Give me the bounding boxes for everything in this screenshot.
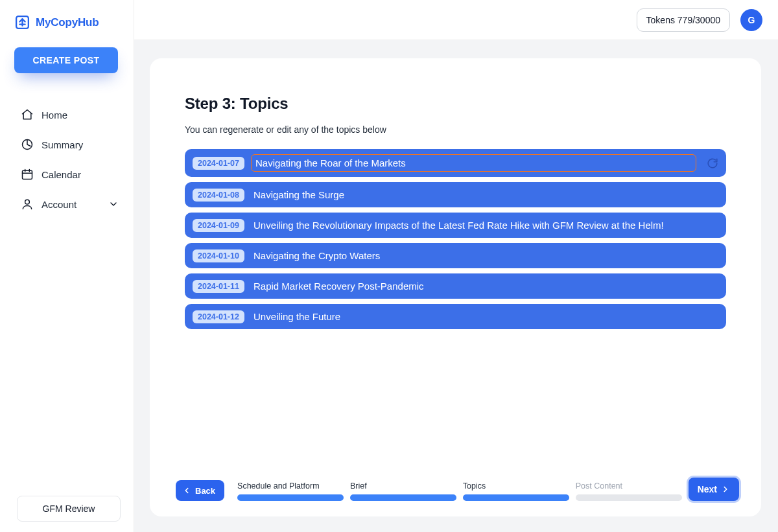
page-subtitle: You can regenerate or edit any of the to…	[185, 124, 726, 135]
topic-title: Unveiling the Future	[251, 309, 718, 324]
chevron-down-icon	[108, 199, 119, 209]
logo-icon	[14, 14, 30, 30]
sidebar-item-calendar[interactable]: Calendar	[14, 161, 125, 187]
sidebar: MyCopyHub CREATE POST Home Summary Cal	[0, 0, 134, 532]
topic-row[interactable]: 2024-01-12 Unveiling the Future	[185, 304, 726, 329]
step-bar	[576, 494, 682, 501]
topic-date: 2024-01-08	[193, 189, 244, 202]
svg-point-3	[25, 200, 30, 204]
topic-row[interactable]: 2024-01-11 Rapid Market Recovery Post-Pa…	[185, 273, 726, 299]
topic-row[interactable]: 2024-01-07	[185, 149, 726, 177]
step-bar	[350, 494, 456, 501]
step-label: Post Content	[576, 481, 682, 491]
step-topics: Topics	[463, 481, 569, 501]
step-label: Brief	[350, 481, 456, 491]
wizard-footer: Back Schedule and Platform Brief Topics	[150, 478, 761, 501]
step-label: Schedule and Platform	[237, 481, 344, 491]
tokens-counter[interactable]: Tokens 779/30000	[637, 8, 730, 32]
topic-row[interactable]: 2024-01-09 Unveiling the Revolutionary I…	[185, 213, 726, 238]
step-schedule: Schedule and Platform	[237, 481, 344, 501]
step-bar	[237, 494, 344, 501]
topic-title-input[interactable]	[251, 154, 696, 172]
next-label: Next	[698, 484, 717, 494]
topic-title: Rapid Market Recovery Post-Pandemic	[251, 279, 718, 294]
tokens-label: Tokens 779/30000	[646, 15, 720, 25]
sidebar-item-label: Account	[41, 199, 77, 210]
page-title: Step 3: Topics	[185, 95, 726, 113]
logo: MyCopyHub	[14, 14, 125, 30]
regenerate-icon[interactable]	[707, 157, 718, 169]
home-icon	[21, 108, 34, 121]
sidebar-item-label: Home	[41, 110, 67, 121]
topbar: Tokens 779/30000 G	[134, 0, 778, 40]
topic-title: Navigating the Crypto Waters	[251, 248, 718, 263]
topic-date: 2024-01-11	[193, 280, 244, 293]
topic-row[interactable]: 2024-01-08 Navigating the Surge	[185, 182, 726, 207]
topic-date: 2024-01-10	[193, 249, 244, 262]
next-button[interactable]: Next	[689, 478, 739, 501]
step-bar	[463, 494, 569, 501]
topic-row[interactable]: 2024-01-10 Navigating the Crypto Waters	[185, 243, 726, 268]
sidebar-item-home[interactable]: Home	[14, 102, 125, 128]
chevron-left-icon	[182, 486, 191, 495]
avatar-initial: G	[748, 15, 755, 25]
sidebar-item-label: Summary	[41, 139, 83, 150]
project-selector[interactable]: GFM Review	[17, 496, 121, 522]
step-brief: Brief	[350, 481, 456, 501]
summary-icon	[21, 138, 34, 151]
topic-date: 2024-01-12	[193, 310, 244, 323]
chevron-right-icon	[721, 485, 730, 494]
calendar-icon	[21, 168, 34, 181]
account-icon	[21, 198, 34, 211]
step-post-content: Post Content	[576, 481, 682, 501]
back-label: Back	[195, 486, 215, 496]
main-column: Tokens 779/30000 G Step 3: Topics You ca…	[134, 0, 778, 532]
topic-date: 2024-01-07	[193, 157, 244, 170]
logo-text: MyCopyHub	[36, 16, 99, 29]
sidebar-nav: Home Summary Calendar Account	[14, 102, 125, 217]
sidebar-item-account[interactable]: Account	[14, 191, 125, 217]
sidebar-item-summary[interactable]: Summary	[14, 132, 125, 157]
create-post-button[interactable]: CREATE POST	[14, 47, 118, 73]
topic-title: Unveiling the Revolutionary Impacts of t…	[251, 218, 718, 233]
sidebar-item-label: Calendar	[41, 169, 81, 180]
content-area: Step 3: Topics You can regenerate or edi…	[134, 40, 778, 532]
step-label: Topics	[463, 481, 569, 491]
topic-date: 2024-01-09	[193, 219, 244, 232]
step-indicator: Schedule and Platform Brief Topics	[237, 481, 682, 501]
avatar[interactable]: G	[740, 9, 762, 31]
topic-title: Navigating the Surge	[251, 187, 718, 202]
project-name: GFM Review	[43, 503, 95, 514]
svg-rect-2	[23, 170, 32, 179]
back-button[interactable]: Back	[176, 480, 224, 501]
wizard-card: Step 3: Topics You can regenerate or edi…	[150, 58, 761, 516]
topic-list: 2024-01-07 2024-01-08 Navigating the Sur…	[185, 149, 726, 329]
